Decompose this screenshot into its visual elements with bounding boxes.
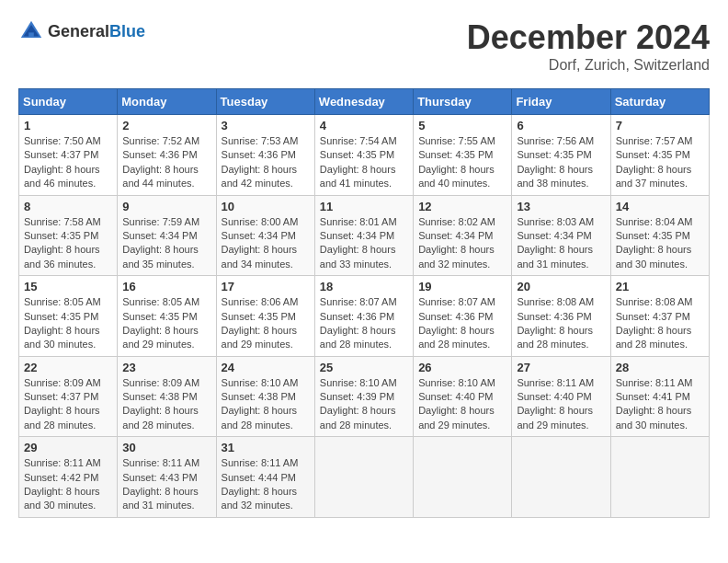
day-number: 26: [418, 361, 506, 374]
calendar-cell-5-4: [314, 437, 413, 518]
header-wednesday: Wednesday: [314, 89, 413, 115]
header-tuesday: Tuesday: [216, 89, 314, 115]
calendar-cell-2-7: 14 Sunrise: 8:04 AM Sunset: 4:35 PM Dayl…: [610, 195, 709, 276]
day-number: 3: [222, 119, 310, 132]
day-number: 8: [24, 200, 112, 213]
day-number: 24: [222, 361, 310, 374]
day-number: 14: [616, 200, 704, 213]
day-detail: Sunrise: 7:54 AM Sunset: 4:35 PM Dayligh…: [320, 134, 408, 191]
day-detail: Sunrise: 8:09 AM Sunset: 4:37 PM Dayligh…: [24, 376, 112, 433]
day-number: 2: [122, 119, 210, 132]
day-detail: Sunrise: 8:08 AM Sunset: 4:37 PM Dayligh…: [616, 295, 704, 352]
week-row-1: 1 Sunrise: 7:50 AM Sunset: 4:37 PM Dayli…: [19, 115, 710, 196]
month-year: December 2024: [467, 18, 710, 57]
calendar-cell-5-5: [414, 437, 512, 518]
day-detail: Sunrise: 8:11 AM Sunset: 4:41 PM Dayligh…: [616, 376, 704, 433]
day-detail: Sunrise: 7:58 AM Sunset: 4:35 PM Dayligh…: [24, 215, 112, 272]
day-number: 23: [122, 361, 210, 374]
week-row-5: 29 Sunrise: 8:11 AM Sunset: 4:42 PM Dayl…: [19, 437, 710, 518]
day-number: 1: [24, 119, 112, 132]
day-number: 17: [222, 280, 310, 293]
svg-rect-2: [28, 32, 34, 38]
calendar-cell-3-4: 18 Sunrise: 8:07 AM Sunset: 4:36 PM Dayl…: [314, 276, 413, 357]
calendar-cell-4-2: 23 Sunrise: 8:09 AM Sunset: 4:38 PM Dayl…: [118, 356, 216, 437]
calendar-cell-2-5: 12 Sunrise: 8:02 AM Sunset: 4:34 PM Dayl…: [414, 195, 512, 276]
day-number: 16: [122, 280, 210, 293]
calendar-cell-3-3: 17 Sunrise: 8:06 AM Sunset: 4:35 PM Dayl…: [216, 276, 314, 357]
logo-blue: Blue: [109, 22, 145, 41]
day-number: 12: [418, 200, 506, 213]
calendar-cell-2-2: 9 Sunrise: 7:59 AM Sunset: 4:34 PM Dayli…: [118, 195, 216, 276]
calendar-cell-2-6: 13 Sunrise: 8:03 AM Sunset: 4:34 PM Dayl…: [512, 195, 610, 276]
day-detail: Sunrise: 8:07 AM Sunset: 4:36 PM Dayligh…: [418, 295, 506, 352]
calendar-cell-5-6: [512, 437, 610, 518]
header-friday: Friday: [512, 89, 610, 115]
day-detail: Sunrise: 7:57 AM Sunset: 4:35 PM Dayligh…: [616, 134, 704, 191]
calendar-cell-2-3: 10 Sunrise: 8:00 AM Sunset: 4:34 PM Dayl…: [216, 195, 314, 276]
day-number: 4: [320, 119, 408, 132]
calendar-cell-5-2: 30 Sunrise: 8:11 AM Sunset: 4:43 PM Dayl…: [118, 437, 216, 518]
header-sunday: Sunday: [19, 89, 118, 115]
day-number: 27: [517, 361, 605, 374]
day-number: 6: [517, 119, 605, 132]
day-detail: Sunrise: 8:05 AM Sunset: 4:35 PM Dayligh…: [24, 295, 112, 352]
calendar-cell-1-7: 7 Sunrise: 7:57 AM Sunset: 4:35 PM Dayli…: [610, 115, 709, 196]
day-number: 13: [517, 200, 605, 213]
header: General Blue December 2024 Dorf, Zurich,…: [18, 18, 710, 74]
day-number: 25: [320, 361, 408, 374]
day-number: 11: [320, 200, 408, 213]
day-detail: Sunrise: 8:08 AM Sunset: 4:36 PM Dayligh…: [517, 295, 605, 352]
day-number: 9: [122, 200, 210, 213]
calendar-cell-3-5: 19 Sunrise: 8:07 AM Sunset: 4:36 PM Dayl…: [414, 276, 512, 357]
header-thursday: Thursday: [414, 89, 512, 115]
calendar-cell-4-7: 28 Sunrise: 8:11 AM Sunset: 4:41 PM Dayl…: [610, 356, 709, 437]
calendar-cell-3-7: 21 Sunrise: 8:08 AM Sunset: 4:37 PM Dayl…: [610, 276, 709, 357]
day-detail: Sunrise: 7:56 AM Sunset: 4:35 PM Dayligh…: [517, 134, 605, 191]
day-detail: Sunrise: 7:55 AM Sunset: 4:35 PM Dayligh…: [418, 134, 506, 191]
day-number: 18: [320, 280, 408, 293]
header-monday: Monday: [118, 89, 216, 115]
logo-general: General: [48, 22, 109, 41]
day-detail: Sunrise: 8:10 AM Sunset: 4:39 PM Dayligh…: [320, 376, 408, 433]
calendar-cell-2-1: 8 Sunrise: 7:58 AM Sunset: 4:35 PM Dayli…: [19, 195, 118, 276]
calendar-cell-1-6: 6 Sunrise: 7:56 AM Sunset: 4:35 PM Dayli…: [512, 115, 610, 196]
day-number: 30: [122, 441, 210, 454]
calendar-cell-4-3: 24 Sunrise: 8:10 AM Sunset: 4:38 PM Dayl…: [216, 356, 314, 437]
calendar-cell-3-1: 15 Sunrise: 8:05 AM Sunset: 4:35 PM Dayl…: [19, 276, 118, 357]
calendar-cell-4-4: 25 Sunrise: 8:10 AM Sunset: 4:39 PM Dayl…: [314, 356, 413, 437]
calendar-cell-3-2: 16 Sunrise: 8:05 AM Sunset: 4:35 PM Dayl…: [118, 276, 216, 357]
day-detail: Sunrise: 7:53 AM Sunset: 4:36 PM Dayligh…: [222, 134, 310, 191]
day-detail: Sunrise: 8:05 AM Sunset: 4:35 PM Dayligh…: [122, 295, 210, 352]
header-saturday: Saturday: [610, 89, 709, 115]
calendar-cell-3-6: 20 Sunrise: 8:08 AM Sunset: 4:36 PM Dayl…: [512, 276, 610, 357]
calendar-cell-5-3: 31 Sunrise: 8:11 AM Sunset: 4:44 PM Dayl…: [216, 437, 314, 518]
calendar-cell-2-4: 11 Sunrise: 8:01 AM Sunset: 4:34 PM Dayl…: [314, 195, 413, 276]
day-detail: Sunrise: 8:07 AM Sunset: 4:36 PM Dayligh…: [320, 295, 408, 352]
day-number: 5: [418, 119, 506, 132]
location: Dorf, Zurich, Switzerland: [467, 57, 710, 74]
day-number: 21: [616, 280, 704, 293]
day-detail: Sunrise: 8:06 AM Sunset: 4:35 PM Dayligh…: [222, 295, 310, 352]
calendar-cell-5-7: [610, 437, 709, 518]
week-row-4: 22 Sunrise: 8:09 AM Sunset: 4:37 PM Dayl…: [19, 356, 710, 437]
day-detail: Sunrise: 8:00 AM Sunset: 4:34 PM Dayligh…: [222, 215, 310, 272]
day-detail: Sunrise: 8:04 AM Sunset: 4:35 PM Dayligh…: [616, 215, 704, 272]
day-detail: Sunrise: 7:50 AM Sunset: 4:37 PM Dayligh…: [24, 134, 112, 191]
day-number: 15: [24, 280, 112, 293]
calendar-cell-1-1: 1 Sunrise: 7:50 AM Sunset: 4:37 PM Dayli…: [19, 115, 118, 196]
weekday-header-row: SundayMondayTuesdayWednesdayThursdayFrid…: [19, 89, 710, 115]
calendar-cell-1-5: 5 Sunrise: 7:55 AM Sunset: 4:35 PM Dayli…: [414, 115, 512, 196]
week-row-3: 15 Sunrise: 8:05 AM Sunset: 4:35 PM Dayl…: [19, 276, 710, 357]
day-detail: Sunrise: 7:52 AM Sunset: 4:36 PM Dayligh…: [122, 134, 210, 191]
week-row-2: 8 Sunrise: 7:58 AM Sunset: 4:35 PM Dayli…: [19, 195, 710, 276]
day-number: 29: [24, 441, 112, 454]
day-detail: Sunrise: 8:02 AM Sunset: 4:34 PM Dayligh…: [418, 215, 506, 272]
day-detail: Sunrise: 8:03 AM Sunset: 4:34 PM Dayligh…: [517, 215, 605, 272]
calendar-cell-1-2: 2 Sunrise: 7:52 AM Sunset: 4:36 PM Dayli…: [118, 115, 216, 196]
calendar-cell-4-1: 22 Sunrise: 8:09 AM Sunset: 4:37 PM Dayl…: [19, 356, 118, 437]
calendar-cell-4-5: 26 Sunrise: 8:10 AM Sunset: 4:40 PM Dayl…: [414, 356, 512, 437]
day-detail: Sunrise: 8:11 AM Sunset: 4:42 PM Dayligh…: [24, 456, 112, 513]
logo-icon: [18, 18, 44, 44]
title-area: December 2024 Dorf, Zurich, Switzerland: [467, 18, 710, 74]
day-detail: Sunrise: 8:11 AM Sunset: 4:44 PM Dayligh…: [222, 456, 310, 513]
